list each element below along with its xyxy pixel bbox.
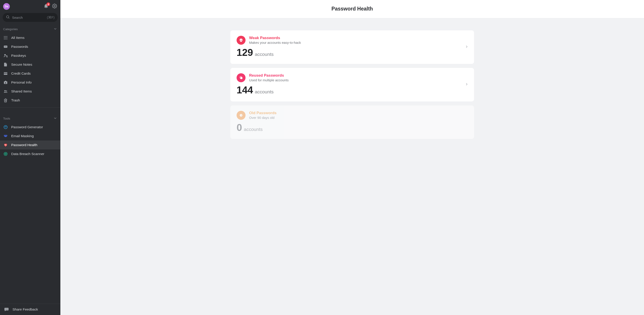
tools-list: Password Generator Email Masking Passwor…: [0, 123, 60, 158]
notifications-badge: 4: [46, 2, 50, 6]
svg-point-12: [5, 46, 5, 47]
svg-point-21: [5, 82, 6, 83]
content: Weak Passwords Makes your accounts easy-…: [60, 18, 644, 315]
grid-icon: [3, 35, 8, 40]
sidebar-item-trash[interactable]: Trash: [0, 96, 60, 105]
card-old-passwords[interactable]: Old Passwords Over 90 days old 0 account…: [230, 105, 474, 139]
sidebar: Da 4 (: [0, 0, 60, 315]
sidebar-item-personal-info[interactable]: Personal Info: [0, 78, 60, 87]
sidebar-top: Da 4: [0, 0, 60, 11]
svg-point-25: [4, 135, 5, 136]
gear-icon: [52, 3, 57, 9]
sidebar-item-all-items[interactable]: All Items: [0, 33, 60, 42]
svg-point-30: [6, 309, 6, 310]
trash-icon: [3, 98, 8, 103]
sidebar-item-label: Personal Info: [11, 80, 32, 84]
generator-icon: [3, 125, 8, 130]
card-title: Weak Passwords: [249, 36, 301, 40]
svg-point-7: [6, 37, 7, 38]
search-shortcut-hint: (⌘F): [47, 15, 54, 19]
sidebar-item-label: Passwords: [11, 45, 28, 49]
card-count: 129: [236, 47, 253, 58]
sidebar-item-passkeys[interactable]: Passkeys: [0, 51, 60, 60]
heart-pulse-icon: [3, 143, 8, 147]
copy-icon: [236, 73, 246, 82]
sidebar-item-credit-cards[interactable]: Credit Cards: [0, 69, 60, 78]
chevron-down-icon: [53, 27, 57, 31]
sidebar-item-email-masking[interactable]: Email Masking: [0, 132, 60, 141]
svg-point-10: [6, 39, 7, 39]
card-unit: accounts: [255, 52, 274, 57]
svg-point-9: [5, 39, 6, 39]
svg-point-0: [54, 5, 55, 7]
top-icons: 4: [44, 4, 57, 9]
search-input[interactable]: [12, 16, 46, 19]
share-feedback-button[interactable]: Share Feedback: [0, 304, 60, 315]
sidebar-item-label: Email Masking: [11, 134, 34, 138]
search-icon: [6, 15, 12, 20]
settings-button[interactable]: [52, 4, 57, 9]
card-count: 144: [236, 84, 253, 96]
section-categories[interactable]: Categories: [0, 24, 60, 33]
svg-point-14: [6, 46, 6, 47]
sidebar-item-secure-notes[interactable]: Secure Notes: [0, 60, 60, 69]
svg-point-5: [4, 37, 5, 38]
section-tools[interactable]: Tools: [0, 114, 60, 123]
card-title: Old Passwords: [249, 111, 276, 115]
svg-point-26: [6, 135, 6, 136]
card-reused-passwords[interactable]: Reused Passwords Used for multiple accou…: [230, 68, 474, 101]
sidebar-item-password-generator[interactable]: Password Generator: [0, 123, 60, 132]
target-icon: [3, 151, 8, 156]
notifications-button[interactable]: 4: [44, 4, 49, 9]
card-count: 0: [236, 122, 242, 133]
svg-point-16: [6, 55, 7, 56]
sidebar-item-shared-items[interactable]: Shared Items: [0, 87, 60, 96]
cards: Weak Passwords Makes your accounts easy-…: [230, 30, 474, 139]
shield-x-icon: [236, 36, 246, 45]
share-feedback-label: Share Feedback: [12, 308, 38, 312]
card-unit: accounts: [255, 89, 274, 94]
search-container: (⌘F): [0, 11, 60, 24]
main-header: Password Health: [60, 0, 644, 18]
svg-point-4: [6, 36, 7, 37]
sidebar-item-label: Trash: [11, 98, 20, 102]
sidebar-item-label: All Items: [11, 36, 24, 40]
svg-point-3: [5, 36, 6, 37]
sidebar-item-data-breach-scanner[interactable]: Data Breach Scanner: [0, 149, 60, 158]
svg-point-32: [8, 309, 8, 310]
svg-point-31: [6, 309, 7, 310]
svg-point-29: [5, 154, 6, 154]
svg-rect-20: [5, 81, 6, 81]
section-tools-label: Tools: [3, 117, 10, 120]
page-title: Password Health: [60, 6, 644, 12]
search-input-wrap[interactable]: (⌘F): [3, 13, 58, 22]
chevron-right-icon: [465, 82, 469, 87]
chevron-right-icon: [465, 45, 469, 50]
card-unit: accounts: [244, 127, 262, 132]
password-icon: [3, 44, 8, 49]
sidebar-item-passwords[interactable]: Passwords: [0, 42, 60, 51]
chevron-down-icon: [53, 116, 57, 121]
svg-rect-18: [4, 73, 8, 74]
sidebar-item-label: Data Breach Scanner: [11, 152, 44, 156]
chat-icon: [4, 307, 9, 312]
sidebar-item-label: Password Health: [11, 143, 37, 147]
sidebar-item-password-health[interactable]: Password Health: [0, 141, 60, 149]
svg-point-8: [4, 39, 5, 39]
sidebar-item-label: Credit Cards: [11, 71, 31, 75]
svg-point-23: [6, 90, 7, 92]
passkey-icon: [3, 53, 8, 58]
note-icon: [3, 62, 8, 67]
svg-point-15: [4, 54, 6, 56]
card-weak-passwords[interactable]: Weak Passwords Makes your accounts easy-…: [230, 30, 474, 64]
svg-point-13: [5, 46, 6, 47]
people-icon: [3, 89, 8, 94]
card-subtitle: Used for multiple accounts: [249, 78, 289, 82]
id-card-icon: [3, 80, 8, 85]
credit-card-icon: [3, 71, 8, 76]
avatar[interactable]: Da: [3, 3, 10, 10]
svg-point-6: [5, 37, 6, 38]
sidebar-item-label: Secure Notes: [11, 62, 32, 67]
card-subtitle: Makes your accounts easy-to-hack: [249, 41, 301, 44]
svg-point-22: [4, 90, 6, 92]
